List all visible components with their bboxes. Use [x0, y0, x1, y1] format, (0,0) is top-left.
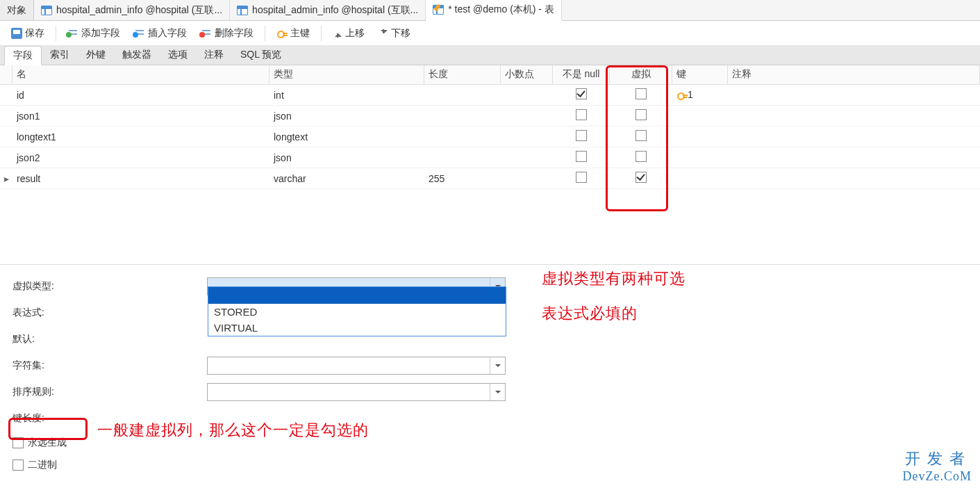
always-generate-checkbox[interactable]: 永远生成	[13, 437, 67, 449]
cell-decimals[interactable]	[501, 94, 553, 97]
cell-name[interactable]: json1	[13, 109, 269, 123]
dropdown-option-virtual[interactable]: VIRTUAL	[208, 320, 506, 336]
subtab-foreign-keys[interactable]: 外键	[78, 46, 114, 65]
col-key[interactable]: 键	[672, 65, 728, 84]
design-tabs: 字段 索引 外键 触发器 选项 注释 SQL 预览	[0, 46, 980, 65]
cell-key[interactable]	[672, 136, 728, 138]
cell-name[interactable]: longtext1	[13, 130, 269, 144]
cell-virtual[interactable]	[610, 129, 672, 145]
checkbox-icon	[576, 172, 587, 183]
checkbox-icon	[576, 88, 587, 99]
document-tabs: 对象 hospital_admin_info @hospital (互联... …	[0, 0, 980, 21]
tab-objects[interactable]: 对象	[0, 0, 34, 20]
col-comment[interactable]: 注释	[728, 65, 980, 84]
table-row[interactable]: json2json	[0, 147, 980, 168]
delete-field-button[interactable]: 删除字段	[195, 24, 259, 42]
tab-label: * test @demo (本机) - 表	[448, 3, 554, 16]
grid-body: idint1json1jsonlongtext1longtextjson2jso…	[0, 85, 980, 189]
cell-comment[interactable]	[728, 94, 980, 97]
move-up-button[interactable]: 上移	[327, 24, 370, 42]
table-row[interactable]: json1json	[0, 106, 980, 127]
col-decimals[interactable]: 小数点	[501, 65, 553, 84]
row-indicator	[0, 136, 13, 138]
col-notnull[interactable]: 不是 null	[553, 65, 610, 84]
cell-decimals[interactable]	[501, 115, 553, 117]
cell-comment[interactable]	[728, 136, 980, 138]
cell-virtual[interactable]	[610, 170, 672, 186]
cell-decimals[interactable]	[501, 136, 553, 138]
checkbox-icon	[576, 109, 587, 120]
cell-type[interactable]: json	[269, 151, 424, 165]
tab-test-demo[interactable]: * test @demo (本机) - 表	[426, 0, 562, 21]
cell-notnull[interactable]	[553, 87, 610, 103]
cell-key[interactable]: 1	[672, 88, 728, 102]
button-label: 添加字段	[81, 27, 120, 40]
save-button[interactable]: 保存	[6, 24, 50, 42]
label-expression: 表达式:	[13, 307, 207, 319]
cell-name[interactable]: json2	[13, 151, 269, 165]
move-down-button[interactable]: 下移	[373, 24, 416, 42]
cell-type[interactable]: varchar	[269, 172, 424, 186]
cell-comment[interactable]	[728, 156, 980, 159]
tab-hospital-1[interactable]: hospital_admin_info @hospital (互联...	[34, 0, 230, 20]
cell-decimals[interactable]	[501, 177, 553, 180]
primary-key-button[interactable]: 主键	[271, 24, 315, 42]
table-row[interactable]: ▸resultvarchar255	[0, 168, 980, 189]
dropdown-option-stored[interactable]: STORED	[208, 304, 506, 320]
cell-key[interactable]	[672, 115, 728, 117]
cell-type[interactable]: json	[269, 109, 424, 123]
arrow-down-icon	[379, 29, 388, 38]
cell-notnull[interactable]	[553, 129, 610, 145]
cell-decimals[interactable]	[501, 156, 553, 159]
cell-virtual[interactable]	[610, 87, 672, 103]
chevron-down-icon	[490, 357, 505, 374]
col-name[interactable]: 名	[13, 65, 269, 84]
label-virtual-type: 虚拟类型:	[13, 280, 207, 293]
table-row[interactable]: longtext1longtext	[0, 127, 980, 147]
watermark-line1: 开发者	[903, 448, 972, 469]
cell-notnull[interactable]	[553, 108, 610, 124]
cell-name[interactable]: id	[13, 88, 269, 102]
col-type[interactable]: 类型	[269, 65, 424, 84]
cell-length[interactable]	[424, 115, 501, 117]
cell-type[interactable]: int	[269, 88, 424, 102]
checkbox-label: 永远生成	[28, 437, 67, 449]
subtab-sql-preview[interactable]: SQL 预览	[232, 46, 290, 65]
row-indicator	[0, 115, 13, 117]
virtual-type-dropdown[interactable]: STORED VIRTUAL	[208, 286, 506, 336]
arrow-up-icon	[333, 29, 342, 38]
cell-comment[interactable]	[728, 177, 980, 180]
checkbox-icon	[13, 437, 24, 448]
cell-virtual[interactable]	[610, 149, 672, 165]
cell-key[interactable]	[672, 156, 728, 159]
cell-key[interactable]	[672, 177, 728, 180]
subtab-fields[interactable]: 字段	[4, 46, 42, 65]
cell-name[interactable]: result	[13, 172, 269, 186]
cell-length[interactable]	[424, 94, 501, 97]
dropdown-selected-blank[interactable]	[208, 287, 506, 304]
subtab-triggers[interactable]: 触发器	[114, 46, 160, 65]
tab-hospital-2[interactable]: hospital_admin_info @hospital (互联...	[230, 0, 426, 20]
insert-field-button[interactable]: 插入字段	[128, 24, 192, 42]
cell-length[interactable]	[424, 156, 501, 159]
subtab-indexes[interactable]: 索引	[42, 46, 78, 65]
subtab-comments[interactable]: 注释	[196, 46, 232, 65]
cell-notnull[interactable]	[553, 149, 610, 165]
cell-length[interactable]: 255	[424, 172, 501, 186]
col-virtual[interactable]: 虚拟	[610, 65, 672, 84]
cell-notnull[interactable]	[553, 170, 610, 186]
cell-virtual[interactable]	[610, 108, 672, 124]
collation-combo[interactable]	[207, 383, 506, 401]
cell-type[interactable]: longtext	[269, 130, 424, 144]
row-indicator	[0, 156, 13, 159]
charset-combo[interactable]	[207, 357, 506, 375]
col-length[interactable]: 长度	[424, 65, 501, 84]
add-field-button[interactable]: 添加字段	[62, 24, 126, 42]
separator	[321, 26, 322, 41]
binary-checkbox[interactable]: 二进制	[13, 459, 57, 471]
subtab-options[interactable]: 选项	[160, 46, 196, 65]
cell-comment[interactable]	[728, 115, 980, 117]
cell-length[interactable]	[424, 136, 501, 138]
label-charset: 字符集:	[13, 359, 207, 372]
table-row[interactable]: idint1	[0, 85, 980, 106]
